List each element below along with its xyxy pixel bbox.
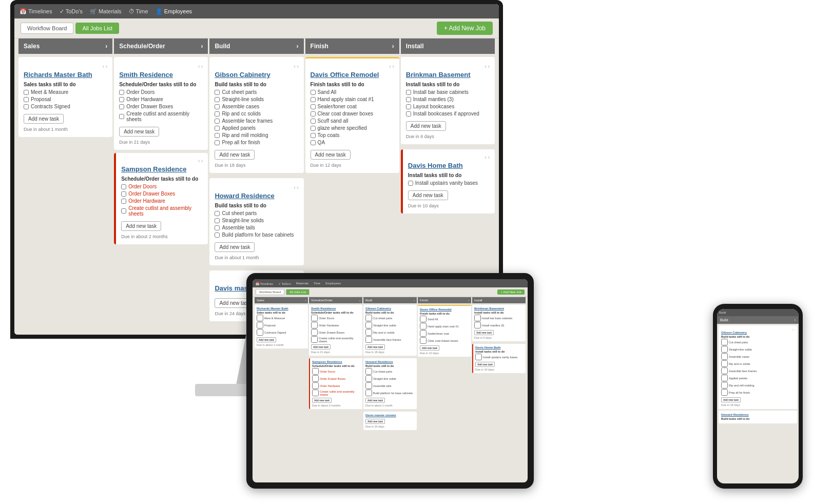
t-card-title[interactable]: Brinkman Basement (474, 307, 524, 310)
nav-timelines[interactable]: 📅 Timelines (20, 8, 52, 15)
task-checkbox[interactable] (311, 126, 316, 131)
t-task-cb[interactable] (311, 329, 318, 336)
nav-materials[interactable]: 🛒 Materials (90, 8, 122, 15)
card-title[interactable]: Smith Residence (119, 71, 203, 79)
task-checkbox[interactable] (215, 97, 220, 102)
t-task-cb[interactable] (365, 329, 372, 336)
task-checkbox[interactable] (215, 225, 220, 230)
nav-time[interactable]: ⏱ Time (129, 8, 148, 14)
t-task-cb[interactable] (311, 315, 318, 321)
task-checkbox[interactable] (215, 126, 220, 131)
add-task-button[interactable]: Add new task (119, 127, 159, 137)
t-card-title[interactable]: Sampson Residence (312, 360, 360, 363)
task-checkbox[interactable] (24, 97, 29, 102)
task-checkbox[interactable] (119, 104, 124, 109)
t-card-title[interactable]: Davis master closets (365, 414, 415, 417)
task-checkbox[interactable] (406, 90, 411, 95)
t-nav-materials[interactable]: Materials (296, 282, 308, 285)
task-checkbox[interactable] (215, 104, 220, 109)
t-task-cb[interactable] (420, 330, 427, 337)
t-task-cb[interactable] (420, 323, 427, 329)
task-checkbox[interactable] (215, 211, 220, 216)
add-task-button[interactable]: Add new task (215, 242, 255, 252)
add-task-button[interactable]: Add new task (311, 150, 351, 160)
t-task-cb[interactable] (365, 315, 372, 321)
t-add-task[interactable]: Add new task (257, 337, 276, 342)
t-add-task[interactable]: Add new task (474, 330, 494, 335)
task-checkbox[interactable] (24, 104, 29, 109)
t-nav-timelines[interactable]: 📅 Timelines (256, 282, 273, 285)
t-task-cb[interactable] (312, 375, 319, 382)
p-task-cb[interactable] (721, 382, 728, 389)
add-task-button[interactable]: Add new task (24, 114, 64, 124)
task-checkbox[interactable] (406, 111, 411, 117)
tab-jobs-list[interactable]: All Jobs List (75, 23, 119, 34)
task-checkbox[interactable] (408, 181, 413, 186)
t-add-task[interactable]: Add new task (365, 398, 385, 403)
p-task-cb[interactable] (721, 346, 728, 353)
task-checkbox[interactable] (215, 218, 220, 223)
task-checkbox[interactable] (121, 199, 126, 204)
task-checkbox[interactable] (215, 232, 220, 238)
nav-employees[interactable]: 👤 Employees (156, 8, 192, 15)
task-checkbox[interactable] (311, 119, 316, 124)
task-checkbox[interactable] (121, 184, 126, 189)
tab-workflow[interactable]: Workflow Board (21, 23, 73, 34)
t-add-task[interactable]: Add new task (420, 345, 439, 351)
task-checkbox[interactable] (406, 97, 411, 102)
task-checkbox[interactable] (215, 111, 220, 117)
add-task-button[interactable]: Add new task (408, 190, 448, 200)
t-card-title[interactable]: Howard Residence (365, 360, 415, 363)
t-add-job[interactable]: + Add New Job (497, 289, 525, 295)
t-task-cb[interactable] (311, 322, 318, 328)
t-task-cb[interactable] (420, 316, 427, 322)
task-checkbox[interactable] (311, 111, 316, 117)
card-title[interactable]: Howard Residence (215, 192, 298, 200)
t-task-cb[interactable] (420, 337, 427, 344)
t-card-title[interactable]: Richards Master Bath (257, 307, 306, 310)
p-task-cb[interactable] (721, 375, 728, 381)
card-title[interactable]: Brinkman Basement (406, 71, 490, 79)
nav-todos[interactable]: ✓ ToDo's (60, 8, 83, 15)
t-task-cb[interactable] (365, 375, 372, 382)
t-tab-jobs[interactable]: All Jobs List (286, 289, 309, 295)
card-title[interactable]: Davis Home Bath (408, 162, 490, 169)
t-add-task[interactable]: Add new task (365, 419, 385, 424)
add-task-button[interactable]: Add new task (406, 121, 446, 131)
task-checkbox[interactable] (215, 90, 220, 95)
p-task-cb[interactable] (721, 360, 728, 367)
p-task-cb[interactable] (721, 339, 728, 345)
p-card-title[interactable]: Howard Residence (721, 413, 795, 416)
add-task-button[interactable]: Add new task (215, 150, 255, 160)
task-checkbox[interactable] (119, 114, 124, 119)
task-checkbox[interactable] (121, 191, 126, 197)
p-task-cb[interactable] (721, 389, 728, 396)
task-checkbox[interactable] (311, 140, 316, 145)
task-checkbox[interactable] (311, 97, 316, 102)
t-add-task[interactable]: Add new task (475, 362, 495, 367)
t-task-cb[interactable] (257, 322, 263, 328)
add-job-button[interactable]: + Add New Job (437, 22, 493, 35)
p-task-cb[interactable] (721, 367, 728, 374)
t-task-cb[interactable] (257, 315, 263, 321)
task-checkbox[interactable] (311, 90, 316, 95)
t-task-cb[interactable] (365, 368, 372, 375)
t-add-task[interactable]: Add new task (312, 398, 332, 403)
card-title[interactable]: Gibson Cabinetry (215, 71, 298, 79)
p-card-title[interactable]: Gibson Cabinetry (721, 331, 795, 334)
t-task-cb[interactable] (312, 390, 319, 396)
task-checkbox[interactable] (406, 104, 411, 109)
t-nav-time[interactable]: Time (314, 282, 320, 285)
task-checkbox[interactable] (119, 97, 124, 102)
t-task-cb[interactable] (365, 382, 372, 389)
t-task-cb[interactable] (475, 354, 482, 360)
task-checkbox[interactable] (24, 90, 29, 95)
task-checkbox[interactable] (311, 104, 316, 109)
t-card-title[interactable]: Davis Home Bath (475, 346, 524, 349)
t-task-cb[interactable] (365, 336, 372, 343)
add-task-button[interactable]: Add new task (121, 221, 161, 231)
task-checkbox[interactable] (215, 140, 220, 145)
t-card-title[interactable]: Gibson Cabinetry (365, 307, 415, 310)
t-nav-employees[interactable]: Employees (325, 282, 341, 285)
task-checkbox[interactable] (215, 133, 220, 138)
